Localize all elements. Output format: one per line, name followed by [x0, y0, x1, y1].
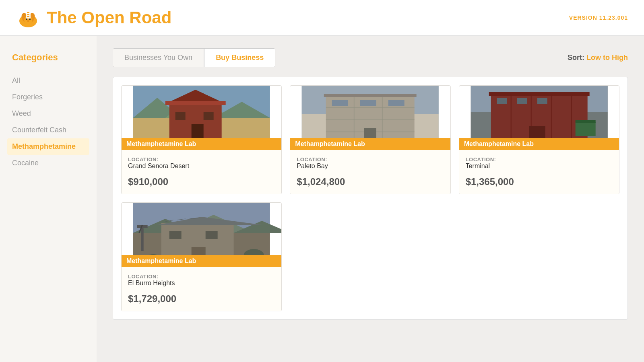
- svg-rect-10: [27, 16, 29, 17]
- card-price-4: $1,729,000: [128, 293, 275, 304]
- tab-businesses-you-own[interactable]: Businesses You Own: [113, 49, 204, 67]
- card-label-4: Methamphetamine Lab: [122, 255, 281, 267]
- card-label-3: Methamphetamine Lab: [459, 138, 619, 150]
- sidebar-item-methamphetamine[interactable]: Methamphetamine: [7, 138, 89, 155]
- categories-title: Categories: [12, 52, 85, 63]
- svg-rect-51: [575, 120, 595, 123]
- svg-rect-33: [332, 100, 348, 106]
- business-card-1[interactable]: Methamphetamine Lab LOCATION: Grand Seno…: [121, 85, 282, 194]
- svg-rect-65: [141, 227, 144, 251]
- card-image-container-3: Methamphetamine Lab: [459, 86, 619, 150]
- card-price-2: $1,024,800: [297, 176, 444, 187]
- business-card-4[interactable]: Methamphetamine Lab LOCATION: El Burro H…: [121, 202, 282, 311]
- sidebar-item-weed[interactable]: Weed: [12, 105, 85, 122]
- tabs-row: Businesses You Own Buy Business Sort: Lo…: [113, 48, 628, 67]
- header: The Open Road VERSION 11.23.001: [0, 0, 644, 36]
- card-label-1: Methamphetamine Lab: [122, 138, 281, 150]
- card-location-value-2: Paleto Bay: [297, 162, 444, 170]
- svg-rect-22: [192, 124, 204, 138]
- version-text: VERSION 11.23.001: [569, 14, 628, 21]
- card-price-1: $910,000: [128, 176, 275, 187]
- sidebar-item-all[interactable]: All: [12, 72, 85, 89]
- svg-rect-52: [529, 126, 545, 138]
- svg-rect-20: [175, 112, 186, 120]
- cards-grid: Methamphetamine Lab LOCATION: Grand Seno…: [113, 77, 628, 320]
- svg-rect-42: [489, 92, 589, 96]
- tabs-container: Businesses You Own Buy Business: [113, 48, 275, 67]
- sidebar-item-forgeries[interactable]: Forgeries: [12, 89, 85, 105]
- card-price-3: $1,365,000: [466, 176, 613, 187]
- card-location-label-2: LOCATION:: [297, 156, 444, 162]
- sort-value: Low to High: [586, 53, 628, 62]
- sidebar: Categories All Forgeries Weed Counterfei…: [0, 36, 97, 362]
- sort-text: Sort:: [568, 53, 586, 62]
- card-location-value-4: El Burro Heights: [128, 280, 275, 287]
- tab-buy-business[interactable]: Buy Business: [204, 49, 275, 67]
- sort-label[interactable]: Sort: Low to High: [568, 53, 628, 62]
- logo-icon: [16, 6, 40, 30]
- svg-rect-49: [537, 98, 547, 104]
- card-label-2: Methamphetamine Lab: [290, 138, 450, 150]
- svg-rect-19: [165, 101, 226, 105]
- svg-rect-68: [169, 231, 182, 239]
- svg-rect-69: [206, 231, 218, 239]
- svg-point-4: [26, 19, 27, 20]
- card-details-4: LOCATION: El Burro Heights $1,729,000: [122, 267, 281, 311]
- card-location-label-1: LOCATION:: [128, 156, 275, 162]
- svg-rect-8: [27, 12, 29, 13]
- svg-point-5: [29, 19, 31, 20]
- card-image-container-2: Methamphetamine Lab: [290, 86, 450, 150]
- card-location-value-3: Terminal: [466, 162, 613, 170]
- svg-point-6: [27, 20, 29, 22]
- card-location-value-1: Grand Senora Desert: [128, 162, 275, 170]
- business-card-2[interactable]: Methamphetamine Lab LOCATION: Paleto Bay…: [290, 85, 450, 194]
- header-left: The Open Road: [16, 6, 171, 30]
- card-image-container-1: Methamphetamine Lab: [122, 86, 281, 150]
- svg-rect-47: [497, 98, 507, 104]
- card-details-2: LOCATION: Paleto Bay $1,024,800: [290, 150, 450, 194]
- svg-rect-34: [360, 100, 376, 106]
- business-card-3[interactable]: Methamphetamine Lab LOCATION: Terminal $…: [459, 85, 619, 194]
- content-area: Businesses You Own Buy Business Sort: Lo…: [97, 36, 644, 362]
- sidebar-item-counterfeit-cash[interactable]: Counterfeit Cash: [12, 122, 85, 138]
- title-the: The: [47, 8, 81, 27]
- svg-rect-21: [204, 112, 214, 120]
- card-details-3: LOCATION: Terminal $1,365,000: [459, 150, 619, 194]
- card-location-label-4: LOCATION:: [128, 274, 275, 280]
- title-rest: Open Road: [81, 8, 171, 27]
- sidebar-item-cocaine[interactable]: Cocaine: [12, 155, 85, 171]
- card-image-container-4: Methamphetamine Lab: [122, 203, 281, 267]
- card-location-label-3: LOCATION:: [466, 156, 613, 162]
- app-title: The Open Road: [47, 8, 171, 27]
- card-details-1: LOCATION: Grand Senora Desert $910,000: [122, 150, 281, 194]
- svg-rect-50: [575, 122, 595, 136]
- svg-rect-48: [517, 98, 527, 104]
- main-layout: Categories All Forgeries Weed Counterfei…: [0, 36, 644, 362]
- svg-rect-37: [324, 94, 417, 97]
- svg-rect-35: [388, 100, 405, 106]
- svg-rect-9: [27, 14, 29, 15]
